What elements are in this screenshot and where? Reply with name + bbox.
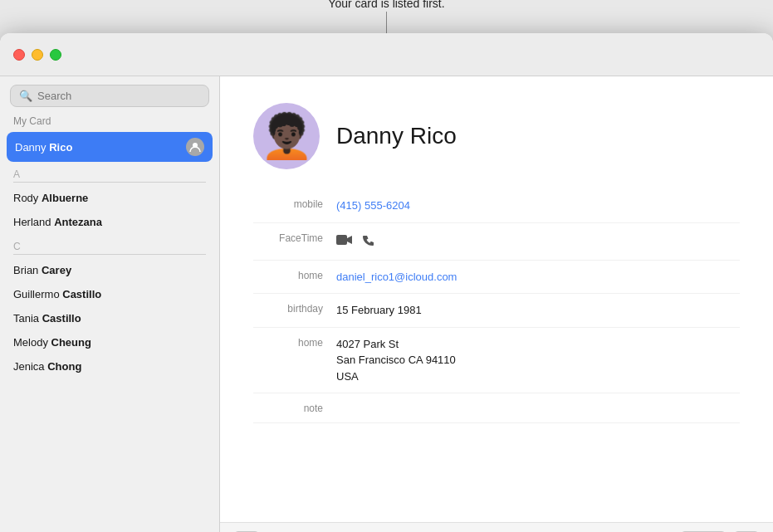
search-wrapper[interactable]: 🔍 [10,85,209,107]
field-row-mobile: mobile (415) 555-6204 [253,189,740,223]
phone-link[interactable]: (415) 555-6204 [336,199,410,212]
contact-name: Jenica Chong [13,360,81,373]
contact-name-large: Danny Rico [336,123,457,149]
divider-line-c [13,254,206,255]
field-label-home-email: home [253,269,336,281]
field-label-facetime: FaceTime [253,232,336,244]
contact-item-melody-cheung[interactable]: Melody Cheung [0,330,219,354]
field-label-birthday: birthday [253,302,336,315]
contact-item-rody-albuerne[interactable]: Rody Albuerne [0,186,219,210]
detail-panel: 🧑🏿‍🦱 Danny Rico mobile (415) 555-6204 [220,76,773,532]
contact-item-herland-antezana[interactable]: Herland Antezana [0,210,219,234]
email-link[interactable]: daniel_rico1@icloud.com [336,271,457,283]
avatar: 🧑🏿‍🦱 [253,103,320,169]
facetime-video-icon[interactable] [336,232,353,251]
bottom-bar: + Edit [220,522,773,532]
avatar-emoji: 🧑🏿‍🦱 [260,115,314,158]
contact-name: Brian Carey [13,264,71,276]
search-icon: 🔍 [19,90,32,102]
section-divider-c: C [0,234,219,254]
contact-name: Guillermo Castillo [13,288,101,300]
field-value-mobile[interactable]: (415) 555-6204 [336,198,740,214]
my-card-label: My Card [0,114,219,132]
field-row-note: note [253,393,740,423]
contact-name: Danny Rico [15,141,72,154]
field-row-facetime: FaceTime [253,223,740,261]
contact-item-danny-rico[interactable]: Danny Rico [7,132,213,162]
contact-name: Herland Antezana [13,216,102,228]
contact-item-jenica-chong[interactable]: Jenica Chong [0,354,219,378]
my-card-icon [186,138,204,156]
svg-rect-1 [336,235,347,245]
contact-item-guillermo-castillo[interactable]: Guillermo Castillo [0,282,219,306]
field-value-home-email[interactable]: daniel_rico1@icloud.com [336,269,740,286]
field-value-facetime [336,232,740,251]
divider-line-a [13,182,206,183]
contact-name: Tania Castillo [13,312,81,325]
field-row-home-address: home 4027 Park StSan Francisco CA 94110U… [253,328,740,394]
contact-fields: mobile (415) 555-6204 FaceTime [220,189,773,522]
contact-list: Danny Rico A Rody Albuerne [0,132,219,532]
tooltip-text: Your card is listed first. [328,0,444,10]
section-divider-a: A [0,162,219,182]
contact-item-tania-castillo[interactable]: Tania Castillo [0,306,219,330]
field-row-home-email: home daniel_rico1@icloud.com [253,261,740,295]
field-value-birthday: 15 February 1981 [336,302,740,319]
search-input[interactable] [37,90,200,102]
contact-name: Rody Albuerne [13,192,88,204]
contact-name: Melody Cheung [13,336,91,349]
close-button[interactable] [13,49,25,61]
field-label-note: note [253,402,336,414]
field-value-home-address: 4027 Park StSan Francisco CA 94110USA [336,336,740,385]
field-label-home-address: home [253,336,336,349]
search-bar: 🔍 [0,76,219,114]
contact-item-brian-carey[interactable]: Brian Carey [0,258,219,282]
contact-header: 🧑🏿‍🦱 Danny Rico [220,76,773,189]
field-label-mobile: mobile [253,198,336,210]
maximize-button[interactable] [50,49,61,61]
field-row-birthday: birthday 15 February 1981 [253,294,740,328]
minimize-button[interactable] [32,49,43,61]
sidebar: 🔍 My Card Danny Rico [0,76,220,532]
title-bar [0,33,773,76]
facetime-audio-icon[interactable] [363,232,374,251]
